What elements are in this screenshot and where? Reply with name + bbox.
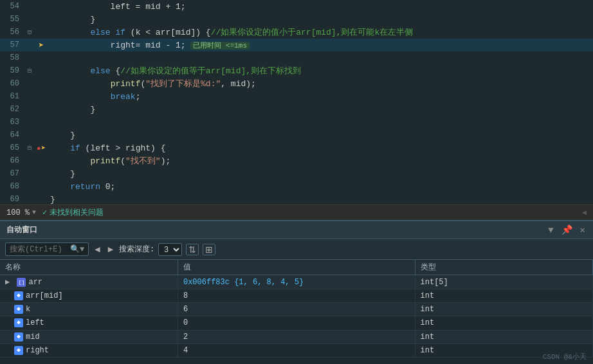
code-content: } bbox=[48, 15, 593, 24]
table-row[interactable]: ◆arr[mid]8int bbox=[0, 289, 593, 303]
line-number: 63 bbox=[0, 118, 24, 127]
var-value-cell: 8 bbox=[178, 289, 415, 303]
search-back-btn[interactable]: ◀ bbox=[93, 244, 102, 255]
depth-select[interactable]: 3 1 2 4 5 bbox=[158, 243, 182, 256]
code-line-62: 62 } bbox=[0, 103, 593, 116]
var-name-text: arr[mid] bbox=[26, 291, 63, 300]
code-content: printf("找不到"); bbox=[48, 155, 593, 167]
col-header-name: 名称 bbox=[0, 260, 178, 275]
variables-table: 名称 值 类型 ▶ []arr0x006ff83c {1, 6, 8, 4, 5… bbox=[0, 260, 593, 364]
code-editor: 54 left = mid + 1; 55 } 56 ⊟ else if (k … bbox=[0, 0, 593, 205]
line-number: 64 bbox=[0, 131, 24, 140]
search-toolbar: 🔍▼ ◀ ▶ 搜索深度: 3 1 2 4 5 ⇅ ⊞ bbox=[0, 239, 593, 260]
line-number: 69 bbox=[0, 195, 24, 204]
var-name-cell: ◆arr[mid] bbox=[0, 289, 178, 303]
variable-icon: ◆ bbox=[14, 346, 23, 355]
line-number: 56 bbox=[0, 28, 24, 37]
var-type-cell: int bbox=[415, 330, 592, 343]
code-line-67: 67 } bbox=[0, 167, 593, 180]
watermark: CSDN @&小天 bbox=[543, 352, 587, 361]
table-row[interactable]: ◆k6int bbox=[0, 303, 593, 316]
var-name-cell: ▶ []arr bbox=[0, 275, 178, 289]
var-value-cell: 0 bbox=[178, 316, 415, 330]
line-number: 55 bbox=[0, 15, 24, 24]
scroll-indicator: ◀ bbox=[582, 208, 587, 217]
code-content: else if (k < arr[mid]) {//如果你设定的值小于arr[m… bbox=[48, 26, 593, 38]
table-row[interactable]: ◆right4int bbox=[0, 343, 593, 357]
search-icon[interactable]: 🔍▼ bbox=[70, 244, 84, 254]
line-number: 65 bbox=[0, 143, 24, 152]
var-name-text: right bbox=[26, 346, 49, 355]
code-line-63: 63 bbox=[0, 116, 593, 129]
search-input-wrapper[interactable]: 🔍▼ bbox=[5, 242, 89, 256]
search-input[interactable] bbox=[10, 245, 68, 254]
current-arrow-icon: ➤ bbox=[39, 41, 44, 51]
code-content: } bbox=[48, 169, 593, 179]
panel-controls: ▼ 📌 ✕ bbox=[547, 224, 587, 235]
zoom-value: 100 % bbox=[6, 208, 30, 217]
code-content: } bbox=[48, 105, 593, 114]
fold-gutter[interactable]: ⊟ bbox=[24, 144, 35, 152]
code-line-56: 56 ⊟ else if (k < arr[mid]) {//如果你设定的值小于… bbox=[0, 26, 593, 39]
zoom-dropdown-icon[interactable]: ▼ bbox=[32, 209, 36, 216]
panel-close-btn[interactable]: ✕ bbox=[579, 224, 587, 235]
fold-gutter[interactable]: ⊟ bbox=[24, 28, 35, 36]
array-icon: [] bbox=[17, 278, 26, 287]
search-forward-btn[interactable]: ▶ bbox=[106, 244, 115, 255]
status-ok-indicator: ✓ 未找到相关问题 bbox=[42, 207, 104, 218]
line-number: 62 bbox=[0, 105, 24, 114]
var-type-cell: int bbox=[415, 289, 592, 303]
code-content: break; bbox=[48, 92, 593, 102]
col-header-value: 值 bbox=[178, 260, 415, 275]
code-line-55: 55 } bbox=[0, 13, 593, 26]
code-content: if (left > right) { bbox=[48, 143, 593, 153]
panel-pin-btn[interactable]: 📌 bbox=[560, 224, 574, 235]
code-line-54: 54 left = mid + 1; bbox=[0, 0, 593, 13]
var-name-cell: ◆k bbox=[0, 303, 178, 316]
status-bar: 100 % ▼ ✓ 未找到相关问题 ◀ bbox=[0, 205, 593, 220]
var-value-cell: 0x006ff83c {1, 6, 8, 4, 5} bbox=[178, 275, 415, 289]
code-content: } bbox=[48, 195, 593, 205]
expand-arrow-icon[interactable]: ▶ bbox=[5, 278, 14, 287]
var-type-cell: int bbox=[415, 303, 592, 316]
expand-btn[interactable]: ⊞ bbox=[203, 244, 215, 255]
panel-minimize-btn[interactable]: ▼ bbox=[547, 225, 554, 235]
fold-gutter[interactable]: ⊟ bbox=[24, 67, 35, 75]
code-line-57: 57 ➤ right= mid - 1; 已用时间 <=1ms bbox=[0, 39, 593, 51]
code-content: left = mid + 1; bbox=[48, 2, 593, 12]
var-name-cell: ◆mid bbox=[0, 330, 178, 343]
line-number: 66 bbox=[0, 156, 24, 165]
table-row[interactable]: ◆mid2int bbox=[0, 330, 593, 343]
table-header-row: 名称 值 类型 bbox=[0, 260, 593, 275]
var-type-cell: int[5] bbox=[415, 275, 592, 289]
code-line-59: 59 ⊟ else {//如果你设定的值等于arr[mid],则在下标找到 bbox=[0, 64, 593, 77]
variable-icon: ◆ bbox=[14, 305, 23, 314]
var-type-cell: int bbox=[415, 316, 592, 330]
status-message: 未找到相关问题 bbox=[50, 207, 104, 218]
line-number: 54 bbox=[0, 2, 24, 11]
variable-icon: ◆ bbox=[14, 291, 23, 300]
line-number: 67 bbox=[0, 169, 24, 178]
table-row[interactable]: ◆left0int bbox=[0, 316, 593, 330]
filter-btn[interactable]: ⇅ bbox=[186, 244, 199, 255]
code-line-69: 69 } bbox=[0, 193, 593, 205]
code-content: return 0; bbox=[48, 182, 593, 192]
var-name-cell: ◆right bbox=[0, 343, 178, 357]
line-number: 61 bbox=[0, 92, 24, 101]
code-line-60: 60 printf("找到了下标是%d:", mid); bbox=[0, 77, 593, 90]
var-value-cell: 2 bbox=[178, 330, 415, 343]
code-content: printf("找到了下标是%d:", mid); bbox=[48, 78, 593, 89]
var-name-cell: ◆left bbox=[0, 316, 178, 330]
code-line-68: 68 return 0; bbox=[0, 180, 593, 193]
code-line-66: 66 printf("找不到"); bbox=[0, 154, 593, 167]
status-check-icon: ✓ bbox=[42, 208, 47, 217]
code-content: right= mid - 1; 已用时间 <=1ms bbox=[48, 41, 593, 50]
zoom-control[interactable]: 100 % ▼ bbox=[6, 208, 36, 217]
bookmark-gutter: ●➤ bbox=[35, 143, 48, 153]
table-row[interactable]: ▶ []arr0x006ff83c {1, 6, 8, 4, 5}int[5] bbox=[0, 275, 593, 289]
var-name-text: mid bbox=[26, 332, 40, 341]
variable-icon: ◆ bbox=[14, 318, 23, 327]
var-value-cell: 6 bbox=[178, 303, 415, 316]
var-name-text: left bbox=[26, 319, 44, 328]
code-line-65: 65 ⊟ ●➤ if (left > right) { bbox=[0, 141, 593, 154]
